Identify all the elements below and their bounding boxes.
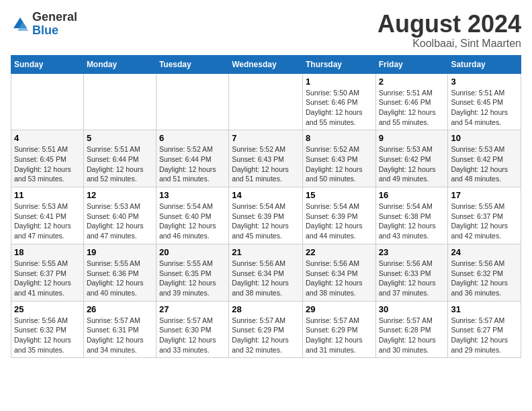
day-number: 27 [159, 304, 226, 314]
calendar-cell: 23Sunrise: 5:56 AM Sunset: 6:33 PM Dayli… [375, 244, 448, 301]
day-number: 29 [306, 304, 373, 314]
calendar-cell [156, 73, 228, 130]
calendar-cell: 11Sunrise: 5:53 AM Sunset: 6:41 PM Dayli… [11, 187, 84, 244]
cell-content: Sunrise: 5:54 AM Sunset: 6:38 PM Dayligh… [379, 201, 445, 241]
cell-content: Sunrise: 5:55 AM Sunset: 6:37 PM Dayligh… [14, 259, 81, 298]
cell-content: Sunrise: 5:54 AM Sunset: 6:40 PM Dayligh… [159, 201, 226, 241]
header-day-tuesday: Tuesday [156, 55, 228, 73]
calendar-week-3: 11Sunrise: 5:53 AM Sunset: 6:41 PM Dayli… [11, 187, 521, 244]
day-number: 9 [379, 133, 445, 143]
logo-icon [11, 15, 30, 34]
calendar-table: SundayMondayTuesdayWednesdayThursdayFrid… [11, 55, 521, 359]
calendar-cell [83, 73, 156, 130]
cell-content: Sunrise: 5:51 AM Sunset: 6:46 PM Dayligh… [379, 88, 445, 128]
day-number: 5 [87, 133, 153, 143]
day-number: 30 [379, 304, 445, 314]
logo-general-text: General [32, 11, 77, 24]
page-header: General Blue August 2024 Koolbaai, Sint … [11, 11, 521, 50]
calendar-cell: 9Sunrise: 5:53 AM Sunset: 6:42 PM Daylig… [375, 130, 448, 187]
day-number: 17 [451, 190, 518, 200]
calendar-cell: 31Sunrise: 5:57 AM Sunset: 6:27 PM Dayli… [448, 301, 521, 358]
day-number: 16 [379, 190, 445, 200]
header-day-friday: Friday [375, 55, 448, 73]
calendar-cell: 1Sunrise: 5:50 AM Sunset: 6:46 PM Daylig… [302, 73, 375, 130]
day-number: 11 [14, 190, 81, 200]
day-number: 6 [159, 133, 226, 143]
calendar-cell: 21Sunrise: 5:56 AM Sunset: 6:34 PM Dayli… [229, 244, 303, 301]
header-day-saturday: Saturday [448, 55, 521, 73]
calendar-week-2: 4Sunrise: 5:51 AM Sunset: 6:45 PM Daylig… [11, 130, 521, 187]
cell-content: Sunrise: 5:57 AM Sunset: 6:30 PM Dayligh… [159, 316, 226, 355]
calendar-cell [229, 73, 303, 130]
day-number: 24 [451, 247, 518, 257]
cell-content: Sunrise: 5:55 AM Sunset: 6:36 PM Dayligh… [87, 259, 153, 298]
calendar-cell: 5Sunrise: 5:51 AM Sunset: 6:44 PM Daylig… [83, 130, 156, 187]
cell-content: Sunrise: 5:56 AM Sunset: 6:32 PM Dayligh… [14, 316, 81, 355]
calendar-cell: 3Sunrise: 5:51 AM Sunset: 6:45 PM Daylig… [448, 73, 521, 130]
day-number: 14 [232, 190, 300, 200]
cell-content: Sunrise: 5:55 AM Sunset: 6:35 PM Dayligh… [159, 259, 226, 298]
cell-content: Sunrise: 5:53 AM Sunset: 6:42 PM Dayligh… [379, 144, 445, 184]
day-number: 25 [14, 304, 81, 314]
calendar-cell: 27Sunrise: 5:57 AM Sunset: 6:30 PM Dayli… [156, 301, 228, 358]
calendar-week-5: 25Sunrise: 5:56 AM Sunset: 6:32 PM Dayli… [11, 301, 521, 358]
calendar-cell: 4Sunrise: 5:51 AM Sunset: 6:45 PM Daylig… [11, 130, 84, 187]
calendar-cell: 24Sunrise: 5:56 AM Sunset: 6:32 PM Dayli… [448, 244, 521, 301]
calendar-cell: 26Sunrise: 5:57 AM Sunset: 6:31 PM Dayli… [83, 301, 156, 358]
day-number: 7 [232, 133, 300, 143]
cell-content: Sunrise: 5:54 AM Sunset: 6:39 PM Dayligh… [232, 201, 300, 241]
cell-content: Sunrise: 5:57 AM Sunset: 6:29 PM Dayligh… [306, 316, 373, 355]
cell-content: Sunrise: 5:56 AM Sunset: 6:34 PM Dayligh… [232, 259, 300, 298]
cell-content: Sunrise: 5:52 AM Sunset: 6:43 PM Dayligh… [232, 144, 300, 184]
calendar-cell: 10Sunrise: 5:53 AM Sunset: 6:42 PM Dayli… [448, 130, 521, 187]
cell-content: Sunrise: 5:56 AM Sunset: 6:33 PM Dayligh… [379, 259, 445, 298]
day-number: 13 [159, 190, 226, 200]
day-number: 3 [451, 77, 518, 87]
day-number: 2 [379, 77, 445, 87]
cell-content: Sunrise: 5:52 AM Sunset: 6:44 PM Dayligh… [159, 144, 226, 184]
header-day-monday: Monday [83, 55, 156, 73]
header-day-wednesday: Wednesday [229, 55, 303, 73]
calendar-cell: 25Sunrise: 5:56 AM Sunset: 6:32 PM Dayli… [11, 301, 84, 358]
day-number: 15 [306, 190, 373, 200]
calendar-cell: 28Sunrise: 5:57 AM Sunset: 6:29 PM Dayli… [229, 301, 303, 358]
header-row: SundayMondayTuesdayWednesdayThursdayFrid… [11, 55, 521, 73]
day-number: 20 [159, 247, 226, 257]
cell-content: Sunrise: 5:56 AM Sunset: 6:34 PM Dayligh… [306, 259, 373, 298]
cell-content: Sunrise: 5:55 AM Sunset: 6:37 PM Dayligh… [451, 201, 518, 241]
cell-content: Sunrise: 5:50 AM Sunset: 6:46 PM Dayligh… [306, 88, 373, 128]
day-number: 26 [87, 304, 153, 314]
calendar-cell: 8Sunrise: 5:52 AM Sunset: 6:43 PM Daylig… [302, 130, 375, 187]
cell-content: Sunrise: 5:53 AM Sunset: 6:42 PM Dayligh… [451, 144, 518, 184]
cell-content: Sunrise: 5:53 AM Sunset: 6:41 PM Dayligh… [14, 201, 81, 241]
calendar-cell: 22Sunrise: 5:56 AM Sunset: 6:34 PM Dayli… [302, 244, 375, 301]
day-number: 12 [87, 190, 153, 200]
calendar-cell: 13Sunrise: 5:54 AM Sunset: 6:40 PM Dayli… [156, 187, 228, 244]
day-number: 28 [232, 304, 300, 314]
day-number: 31 [451, 304, 518, 314]
day-number: 8 [306, 133, 373, 143]
calendar-cell [11, 73, 84, 130]
logo-blue-text: Blue [32, 24, 77, 38]
calendar-cell: 30Sunrise: 5:57 AM Sunset: 6:28 PM Dayli… [375, 301, 448, 358]
day-number: 1 [306, 77, 373, 87]
day-number: 19 [87, 247, 153, 257]
calendar-cell: 2Sunrise: 5:51 AM Sunset: 6:46 PM Daylig… [375, 73, 448, 130]
header-day-sunday: Sunday [11, 55, 84, 73]
calendar-cell: 29Sunrise: 5:57 AM Sunset: 6:29 PM Dayli… [302, 301, 375, 358]
calendar-week-1: 1Sunrise: 5:50 AM Sunset: 6:46 PM Daylig… [11, 73, 521, 130]
cell-content: Sunrise: 5:57 AM Sunset: 6:28 PM Dayligh… [379, 316, 445, 355]
day-number: 22 [306, 247, 373, 257]
month-title: August 2024 [378, 11, 521, 38]
header-day-thursday: Thursday [302, 55, 375, 73]
cell-content: Sunrise: 5:57 AM Sunset: 6:31 PM Dayligh… [87, 316, 153, 355]
calendar-cell: 14Sunrise: 5:54 AM Sunset: 6:39 PM Dayli… [229, 187, 303, 244]
cell-content: Sunrise: 5:53 AM Sunset: 6:40 PM Dayligh… [87, 201, 153, 241]
day-number: 4 [14, 133, 81, 143]
cell-content: Sunrise: 5:57 AM Sunset: 6:27 PM Dayligh… [451, 316, 518, 355]
cell-content: Sunrise: 5:54 AM Sunset: 6:39 PM Dayligh… [306, 201, 373, 241]
calendar-cell: 18Sunrise: 5:55 AM Sunset: 6:37 PM Dayli… [11, 244, 84, 301]
cell-content: Sunrise: 5:51 AM Sunset: 6:44 PM Dayligh… [87, 144, 153, 184]
calendar-cell: 20Sunrise: 5:55 AM Sunset: 6:35 PM Dayli… [156, 244, 228, 301]
logo: General Blue [11, 11, 77, 38]
